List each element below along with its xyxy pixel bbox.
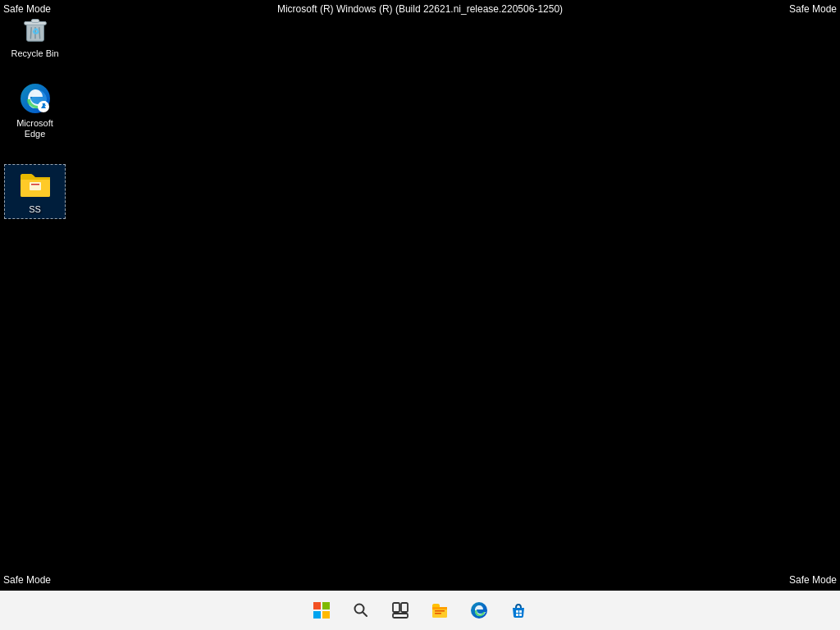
safe-mode-bottom-left-label: Safe Mode <box>3 574 51 586</box>
svg-rect-12 <box>21 177 50 180</box>
svg-rect-2 <box>31 20 39 23</box>
search-button[interactable] <box>343 592 379 628</box>
store-button[interactable] <box>500 592 536 628</box>
edge-taskbar-button[interactable] <box>461 592 497 628</box>
safe-mode-top-right-label: Safe Mode <box>789 3 837 15</box>
microsoft-edge-label: Microsoft Edge <box>8 118 62 139</box>
svg-rect-14 <box>31 184 39 185</box>
svg-rect-21 <box>432 607 447 609</box>
microsoft-edge-icon[interactable]: Microsoft Edge <box>4 78 66 144</box>
svg-rect-17 <box>393 603 399 612</box>
svg-rect-26 <box>519 610 522 613</box>
ss-folder-label: SS <box>29 204 41 215</box>
svg-rect-19 <box>393 614 408 618</box>
ss-folder-icon[interactable]: SS <box>4 164 66 219</box>
file-explorer-icon <box>431 601 449 619</box>
svg-rect-28 <box>519 614 522 616</box>
taskbar <box>0 591 840 630</box>
svg-rect-18 <box>401 603 408 612</box>
windows-logo-icon <box>313 602 330 619</box>
svg-line-5 <box>39 27 39 39</box>
svg-rect-23 <box>435 613 441 614</box>
store-icon <box>509 601 527 619</box>
svg-line-16 <box>363 612 367 616</box>
edge-taskbar-icon <box>470 601 488 619</box>
recycle-bin-image: ♻ <box>19 12 52 45</box>
edge-image <box>19 82 52 115</box>
search-icon <box>353 602 369 619</box>
svg-text:♻: ♻ <box>31 27 39 36</box>
ss-folder-image <box>19 168 52 201</box>
recycle-bin-icon[interactable]: ♻ Recycle Bin <box>4 8 66 63</box>
svg-rect-22 <box>435 610 445 612</box>
file-explorer-button[interactable] <box>422 592 458 628</box>
start-button[interactable] <box>304 592 340 628</box>
task-view-icon <box>392 602 409 619</box>
recycle-bin-label: Recycle Bin <box>11 48 58 59</box>
svg-rect-13 <box>30 182 41 190</box>
safe-mode-bottom-right-label: Safe Mode <box>789 574 837 586</box>
svg-rect-27 <box>516 614 518 616</box>
title-bar-text: Microsoft (R) Windows (R) (Build 22621.n… <box>277 3 563 15</box>
task-view-button[interactable] <box>382 592 418 628</box>
svg-rect-25 <box>516 610 518 613</box>
